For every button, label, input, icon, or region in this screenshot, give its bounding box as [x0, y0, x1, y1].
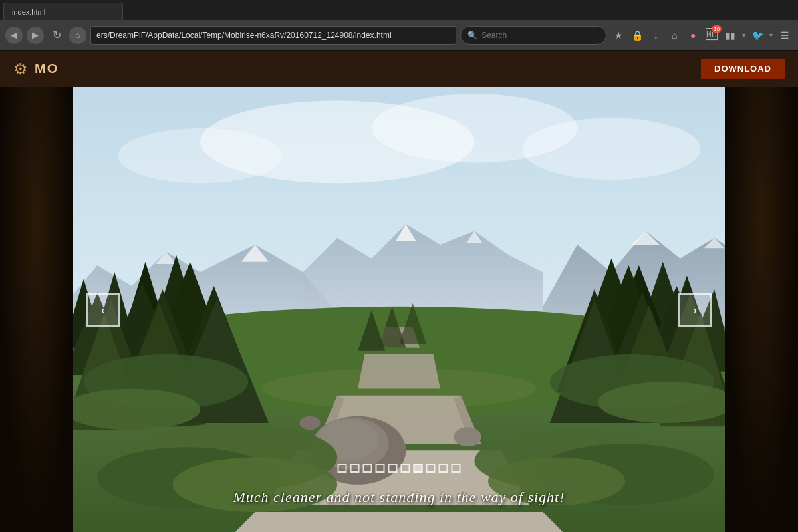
svg-point-13 [523, 118, 701, 180]
svg-rect-0 [0, 87, 73, 532]
browser-toolbar: ◀ ▶ ↻ ⌂ 🔍 ★ 🔒 ↓ ⌂ ● 🅏 10 ▮▮ ▼ 🐦 ▼ [0, 20, 798, 50]
svg-marker-2 [0, 156, 40, 361]
slide-caption: Much cleaner and not standing in the way… [73, 489, 725, 506]
slide-dot-6[interactable] [401, 464, 410, 473]
slide-dot-4[interactable] [376, 464, 385, 473]
svg-marker-3 [20, 142, 57, 347]
search-icon: 🔍 [467, 31, 477, 40]
svg-marker-1 [3, 122, 73, 430]
svg-point-73 [300, 416, 321, 430]
search-bar[interactable]: 🔍 [460, 26, 606, 45]
search-input[interactable] [481, 31, 599, 40]
download-button[interactable]: DOWNLOAD [701, 59, 785, 79]
slide-dot-3[interactable] [363, 464, 372, 473]
svg-rect-4 [0, 87, 73, 532]
svg-marker-57 [358, 354, 440, 389]
refresh-button[interactable]: ↻ [48, 27, 65, 44]
sidebar-left-image [0, 87, 73, 532]
sidebar-left [0, 87, 73, 532]
slide-dot-5[interactable] [388, 464, 398, 473]
slideshow-main: ‹ › [73, 87, 725, 532]
extra-icon-1[interactable]: 🐦 [749, 27, 765, 43]
app-logo: ⚙ MO [13, 60, 59, 78]
sidebar-right [725, 87, 798, 532]
app-title: MO [35, 61, 59, 76]
caption-text: Much cleaner and not standing in the way… [233, 489, 565, 505]
dropdown-arrow-2[interactable]: ▼ [768, 32, 774, 39]
browser-chrome: index.html ◀ ▶ ↻ ⌂ 🔍 ★ 🔒 ↓ ⌂ ● 🅏 10 ▮ [0, 0, 798, 51]
sidebar-right-image [725, 87, 798, 532]
slide-dot-2[interactable] [350, 464, 360, 473]
badge-count: 10 [712, 25, 722, 33]
extensions-icon[interactable]: 🅏 10 [704, 27, 720, 43]
home-icon-right[interactable]: ⌂ [666, 27, 682, 43]
svg-rect-5 [725, 87, 798, 532]
slideshow-wrapper: ‹ › [0, 87, 798, 532]
bookmark-icon[interactable]: ★ [610, 27, 626, 43]
slide-dots [338, 464, 461, 473]
svg-marker-7 [741, 156, 778, 361]
address-bar[interactable] [90, 26, 456, 45]
slide-dot-9[interactable] [439, 464, 448, 473]
prev-arrow-icon: ‹ [101, 303, 105, 317]
app-header: ⚙ MO DOWNLOAD [0, 51, 798, 87]
svg-point-72 [454, 427, 481, 446]
app-background: ⚙ MO DOWNLOAD [0, 51, 798, 532]
address-input[interactable] [96, 31, 450, 40]
svg-rect-8 [725, 87, 798, 532]
lock-icon[interactable]: 🔒 [629, 27, 645, 43]
prev-arrow[interactable]: ‹ [86, 293, 120, 327]
next-arrow[interactable]: › [678, 293, 712, 327]
slide-dot-1[interactable] [338, 464, 347, 473]
home-button[interactable]: ⌂ [69, 27, 86, 44]
browser-tab-active[interactable]: index.html [3, 3, 123, 20]
browser-tabs: index.html [0, 0, 798, 20]
next-arrow-icon: › [693, 303, 697, 317]
slide-dot-10[interactable] [452, 464, 461, 473]
tab-label: index.html [12, 8, 45, 16]
dropdown-arrow[interactable]: ▼ [741, 32, 747, 39]
browser-icon[interactable]: ● [685, 27, 701, 43]
slide-dot-7[interactable] [414, 464, 423, 473]
download-icon[interactable]: ↓ [648, 27, 664, 43]
page-content: ⚙ MO DOWNLOAD [0, 51, 798, 532]
slide-dot-8[interactable] [426, 464, 436, 473]
svg-marker-6 [728, 122, 798, 430]
svg-marker-60 [235, 512, 564, 532]
toolbar-icons: ★ 🔒 ↓ ⌂ ● 🅏 10 ▮▮ ▼ 🐦 ▼ ☰ [610, 27, 793, 43]
menu-icon[interactable]: ▮▮ [722, 27, 738, 43]
svg-point-12 [118, 128, 282, 183]
back-button[interactable]: ◀ [5, 27, 23, 44]
app-gear-icon: ⚙ [13, 60, 28, 78]
hamburger-icon[interactable]: ☰ [777, 27, 793, 43]
forward-button[interactable]: ▶ [27, 27, 44, 44]
